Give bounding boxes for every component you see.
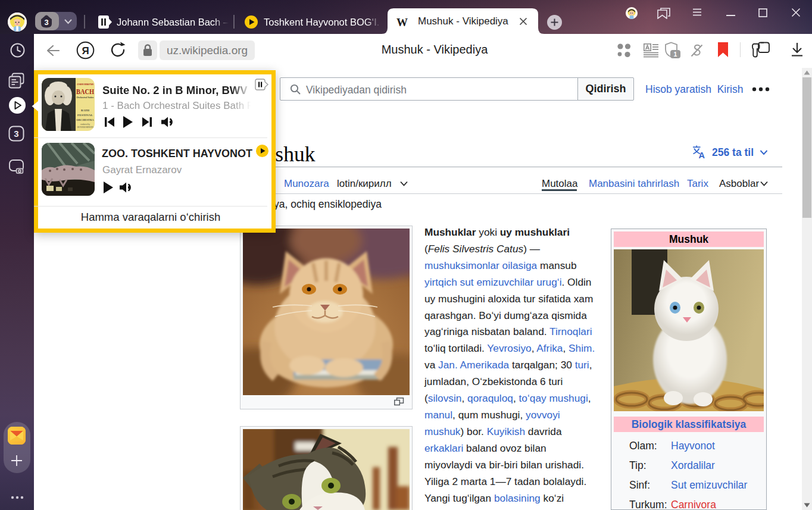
svg-text:conducted by: conducted by xyxy=(80,123,90,126)
svg-text:SIR YEHUDI MENUHIN: SIR YEHUDI MENUHIN xyxy=(77,126,93,129)
svg-text:JOHANN SEBASTIAN: JOHANN SEBASTIAN xyxy=(77,83,93,86)
svg-text:FESTIVAL: FESTIVAL xyxy=(77,114,93,117)
svg-text:Orchestral Suites: Orchestral Suites xyxy=(77,96,94,99)
svg-text:A: A xyxy=(699,151,705,159)
svg-text:BACH: BACH xyxy=(76,87,94,96)
svg-text:BATH: BATH xyxy=(81,109,89,112)
svg-text:ORCHESTRA: ORCHESTRA xyxy=(77,118,94,121)
